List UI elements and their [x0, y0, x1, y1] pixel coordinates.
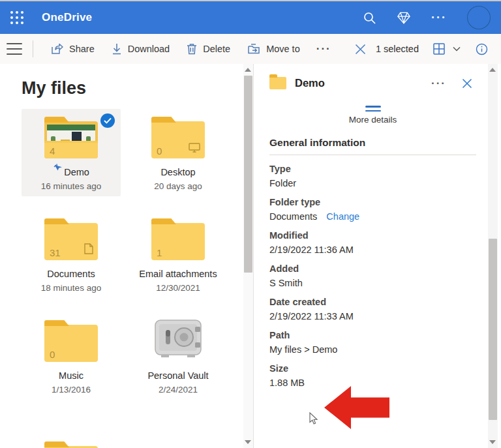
item-count: 1 — [157, 247, 162, 258]
share-icon — [51, 43, 63, 55]
tile-name: Personal Vault — [129, 370, 228, 381]
tile-date: 16 minutes ago — [22, 181, 121, 191]
tile-name: Demo — [22, 167, 121, 177]
tile-date: 18 minutes ago — [22, 283, 121, 293]
tile-personal-vault[interactable]: Personal Vault 2/24/2021 — [129, 312, 228, 400]
move-to-folder-icon — [247, 43, 260, 55]
tile-documents[interactable]: 31 Documents 18 minutes ago — [22, 211, 121, 298]
tile-date: 12/30/2021 — [129, 283, 228, 293]
selection-count: 1 selected — [376, 44, 419, 54]
menu-icon[interactable] — [7, 42, 22, 56]
tile-email-attachments[interactable]: 1 Email attachments 12/30/2021 — [129, 211, 228, 298]
field-value: 2/19/2022 11:33 AM — [269, 311, 476, 321]
field-value: Folder — [269, 178, 476, 188]
section-general-information: General information — [269, 137, 476, 155]
vault-safe-icon — [153, 319, 203, 362]
document-glyph-icon — [84, 243, 93, 257]
tile-desktop[interactable]: 0 Desktop 20 days ago — [129, 109, 228, 196]
command-bar: Share Download Delete — [0, 34, 501, 64]
share-button[interactable]: Share — [42, 34, 103, 64]
click-cursor-icon — [53, 163, 63, 175]
trash-icon — [187, 43, 197, 55]
item-count: 31 — [50, 247, 61, 258]
tile-date: 1/13/2016 — [22, 385, 121, 395]
scroll-up-arrow[interactable] — [489, 68, 496, 72]
right-gutter — [498, 64, 501, 448]
toolbar-divider — [33, 40, 33, 57]
scroll-up-arrow[interactable] — [245, 68, 251, 72]
app-launcher-icon[interactable] — [9, 10, 25, 25]
tile-name: Documents — [22, 269, 121, 279]
scroll-down-arrow[interactable] — [245, 440, 251, 444]
field-path: Path My files > Demo — [269, 330, 476, 355]
folder-icon-documents: 31 — [44, 223, 98, 260]
tile-name: Desktop — [129, 167, 228, 177]
folder-icon-email-attachments: 1 — [151, 223, 205, 260]
field-folder-type: Folder type Documents Change — [269, 197, 476, 222]
annotation-red-arrow — [324, 385, 389, 430]
scrollbar-thumb[interactable] — [489, 239, 497, 420]
delete-button[interactable]: Delete — [178, 34, 239, 64]
appbar-overflow-icon[interactable]: ··· — [431, 14, 447, 21]
field-modified: Modified 2/19/2022 11:36 AM — [269, 230, 476, 255]
field-added: Added S Smith — [269, 263, 476, 288]
more-details-icon — [365, 106, 381, 112]
tile-demo[interactable]: 4 Demo 16 minutes ago — [22, 109, 121, 196]
files-pane: My files — [0, 64, 243, 448]
app-bar: OneDrive ··· — [0, 1, 501, 34]
download-icon — [112, 43, 122, 55]
info-icon[interactable] — [476, 43, 488, 55]
details-pane: Demo ··· More details General informatio… — [253, 64, 488, 448]
selected-check-icon[interactable] — [100, 113, 115, 128]
clear-selection-icon[interactable] — [355, 44, 366, 55]
scrollbar-thumb[interactable] — [244, 76, 252, 273]
folder-thumbnail-demo: 4 — [44, 121, 98, 158]
close-details-icon[interactable] — [462, 78, 472, 89]
field-value: My files > Demo — [269, 344, 476, 355]
account-avatar[interactable] — [467, 6, 491, 29]
field-type: Type Folder — [269, 164, 476, 188]
toolbar-overflow-icon[interactable]: ··· — [309, 46, 339, 52]
tile-music[interactable]: 0 Music 1/13/2016 — [22, 312, 121, 400]
item-count: 0 — [157, 145, 162, 157]
files-scrollbar — [243, 64, 253, 448]
field-value: Documents Change — [269, 211, 476, 222]
more-details-button[interactable]: More details — [269, 106, 476, 125]
item-count: 4 — [50, 145, 55, 157]
change-link[interactable]: Change — [326, 211, 359, 222]
premium-diamond-icon[interactable] — [397, 10, 411, 25]
scroll-down-arrow[interactable] — [489, 440, 496, 444]
onedrive-window: OneDrive ··· — [0, 0, 501, 448]
folder-icon-music: 0 — [44, 325, 98, 362]
monitor-glyph-icon — [189, 143, 200, 155]
view-options-icon[interactable] — [433, 42, 446, 55]
folder-icon-desktop: 0 — [151, 121, 205, 158]
field-date-created: Date created 2/19/2022 11:33 AM — [269, 297, 476, 321]
details-overflow-icon[interactable]: ··· — [431, 81, 446, 86]
download-button[interactable]: Download — [103, 34, 179, 64]
tile-date: 2/24/2021 — [129, 385, 228, 395]
details-folder-icon — [269, 77, 286, 89]
chevron-down-icon[interactable] — [453, 46, 461, 52]
field-size: Size 1.88 MB — [269, 363, 476, 388]
search-icon[interactable] — [362, 10, 376, 25]
item-count: 0 — [50, 349, 55, 360]
move-to-button[interactable]: Move to — [239, 34, 309, 64]
tile-name: Email attachments — [129, 269, 228, 279]
file-tile-grid: 4 Demo 16 minutes ago — [22, 109, 243, 400]
tile-date: 20 days ago — [129, 181, 228, 191]
mouse-cursor-icon — [309, 412, 318, 428]
details-scrollbar — [488, 64, 498, 448]
page-title: My files — [22, 78, 243, 98]
details-title: Demo — [295, 77, 325, 89]
field-value: 2/19/2022 11:36 AM — [269, 245, 476, 255]
app-title: OneDrive — [42, 11, 92, 24]
tile-name: Music — [22, 370, 121, 381]
field-value: 1.88 MB — [269, 378, 476, 388]
field-value: S Smith — [269, 278, 476, 288]
